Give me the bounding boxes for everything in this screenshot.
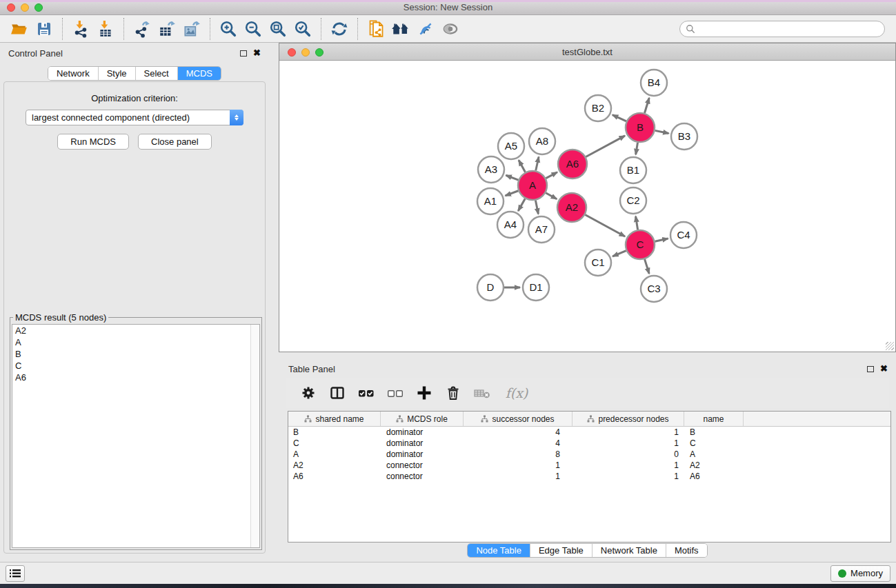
function-builder-icon[interactable]: f(x): [501, 383, 532, 403]
split-panel-icon[interactable]: [327, 383, 348, 403]
close-table-panel-icon[interactable]: ✖: [880, 365, 888, 372]
minimize-network-window-button[interactable]: [301, 48, 310, 57]
graph-edge-A-A5[interactable]: [519, 160, 526, 172]
zoom-in-icon[interactable]: [216, 17, 241, 41]
column-header-predecessor-nodes[interactable]: predecessor nodes: [573, 412, 684, 426]
criterion-dropdown[interactable]: largest connected component (directed): [26, 110, 243, 125]
add-column-icon[interactable]: [414, 383, 435, 403]
graph-edge-C-C4[interactable]: [655, 239, 668, 241]
import-network-from-file-icon[interactable]: [68, 17, 93, 41]
deselect-all-icon[interactable]: [385, 383, 406, 403]
tab-style[interactable]: Style: [98, 67, 135, 80]
tab-mcds[interactable]: MCDS: [177, 67, 221, 80]
home-view-icon[interactable]: [388, 17, 413, 41]
zoom-network-window-button[interactable]: [315, 48, 323, 57]
close-window-button[interactable]: [7, 3, 15, 12]
graph-node-B3[interactable]: B3: [671, 123, 697, 150]
close-network-window-button[interactable]: [288, 48, 296, 57]
hide-graphics-details-icon[interactable]: [413, 17, 438, 41]
graph-edge-C-C2[interactable]: [636, 216, 638, 230]
float-table-panel-icon[interactable]: [867, 366, 874, 372]
graph-node-B1[interactable]: B1: [620, 157, 646, 183]
table-row-a6[interactable]: A6connector11A6: [288, 471, 890, 482]
graph-node-B[interactable]: B: [626, 113, 655, 142]
close-panel-button[interactable]: Close panel: [138, 134, 212, 150]
graph-node-C3[interactable]: C3: [641, 276, 667, 302]
export-table-icon[interactable]: [155, 17, 179, 41]
graph-edge-A-A2[interactable]: [546, 193, 557, 199]
select-all-icon[interactable]: [356, 383, 377, 403]
graph-edge-A2-C[interactable]: [585, 215, 625, 236]
result-list-scrollbar[interactable]: [250, 325, 259, 547]
graph-edge-B-B1[interactable]: [636, 143, 638, 155]
graph-node-B2[interactable]: B2: [585, 95, 611, 121]
graph-edge-A-A6[interactable]: [546, 172, 557, 179]
graph-node-D[interactable]: D: [477, 274, 504, 301]
network-from-file-icon[interactable]: [364, 17, 388, 41]
graph-node-C2[interactable]: C2: [620, 187, 646, 214]
table-row-c[interactable]: Cdominator41C: [288, 438, 890, 449]
graph-node-A1[interactable]: A1: [477, 188, 504, 214]
import-table-from-file-icon[interactable]: [93, 17, 118, 41]
graph-edge-C-C3[interactable]: [645, 259, 650, 274]
graph-edge-B-B4[interactable]: [644, 98, 649, 113]
tab-edge-table[interactable]: Edge Table: [530, 544, 592, 557]
save-session-icon[interactable]: [32, 17, 57, 41]
task-history-button[interactable]: [6, 565, 25, 582]
zoom-window-button[interactable]: [34, 3, 43, 12]
run-mcds-button[interactable]: Run MCDS: [57, 134, 129, 150]
graph-edge-A-A4[interactable]: [518, 199, 525, 211]
graph-node-A4[interactable]: A4: [497, 212, 524, 238]
graph-edge-B-B2[interactable]: [613, 115, 626, 121]
graph-node-C1[interactable]: C1: [585, 250, 611, 276]
graph-edge-A-A3[interactable]: [506, 175, 518, 180]
graph-node-A7[interactable]: A7: [528, 216, 555, 243]
open-session-icon[interactable]: [7, 17, 32, 41]
graph-edge-A-A1[interactable]: [506, 191, 519, 196]
graph-node-A[interactable]: A: [518, 171, 547, 200]
delete-column-icon[interactable]: [443, 383, 464, 403]
graph-node-A3[interactable]: A3: [478, 156, 504, 183]
graph-node-B4[interactable]: B4: [641, 70, 667, 96]
result-item-b[interactable]: B: [12, 348, 259, 360]
graph-node-C4[interactable]: C4: [670, 222, 697, 248]
column-header-shared-name[interactable]: shared name: [288, 412, 381, 426]
graph-edge-A-A7[interactable]: [535, 201, 538, 214]
window-resize-grip[interactable]: [886, 342, 894, 350]
table-row-a2[interactable]: A2connector11A2: [288, 460, 890, 471]
graph-edge-B-B3[interactable]: [655, 130, 669, 133]
column-header-MCDS-role[interactable]: MCDS role: [381, 412, 464, 426]
result-item-a6[interactable]: A6: [12, 372, 259, 383]
delete-table-icon[interactable]: [472, 383, 492, 403]
column-header-successor-nodes[interactable]: successor nodes: [464, 412, 573, 426]
graph-node-A8[interactable]: A8: [529, 128, 555, 154]
search-input[interactable]: [695, 23, 879, 34]
result-item-a2[interactable]: A2: [12, 325, 259, 336]
tab-network[interactable]: Network: [48, 67, 98, 80]
graph-node-D1[interactable]: D1: [523, 274, 549, 301]
minimize-window-button[interactable]: [21, 3, 29, 12]
graph-edge-A6-B[interactable]: [586, 136, 625, 157]
zoom-out-icon[interactable]: [241, 17, 266, 41]
table-row-a[interactable]: Adominator80A: [288, 449, 890, 460]
graph-node-A5[interactable]: A5: [498, 133, 524, 159]
zoom-selected-icon[interactable]: [290, 17, 315, 41]
network-canvas[interactable]: B4B2BB3A8A5A6B1A3AC2A1A2A4A7C4CC1DD1C3: [279, 61, 895, 352]
result-item-a[interactable]: A: [12, 336, 259, 348]
graph-edge-C-C1[interactable]: [613, 251, 626, 256]
graph-node-A2[interactable]: A2: [557, 193, 586, 222]
table-settings-icon[interactable]: [298, 383, 319, 403]
tab-network-table[interactable]: Network Table: [592, 544, 666, 557]
memory-button[interactable]: Memory: [830, 565, 890, 582]
float-panel-icon[interactable]: [240, 50, 247, 57]
column-header-name[interactable]: name: [684, 412, 744, 426]
graph-node-A6[interactable]: A6: [558, 150, 587, 179]
tab-node-table[interactable]: Node Table: [468, 544, 530, 557]
fit-content-icon[interactable]: [266, 17, 290, 41]
search-field[interactable]: [679, 21, 885, 37]
graph-edge-A-A8[interactable]: [536, 156, 539, 170]
export-network-icon[interactable]: [130, 17, 155, 41]
tab-motifs[interactable]: Motifs: [666, 544, 707, 557]
close-panel-icon[interactable]: ✖: [253, 50, 261, 57]
tab-select[interactable]: Select: [135, 67, 177, 80]
